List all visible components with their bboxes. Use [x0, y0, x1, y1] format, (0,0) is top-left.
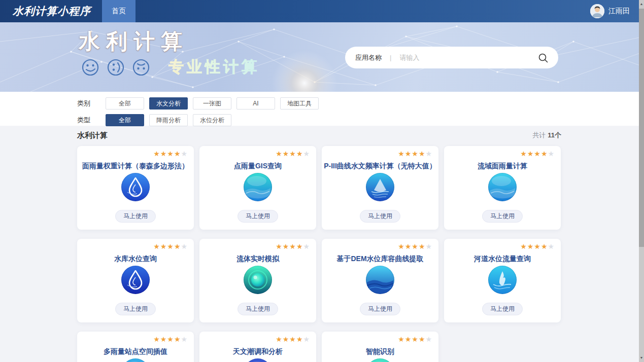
app-card[interactable]: ★★★★★P-III曲线水文频率计算（无特大值） 马上使用: [322, 146, 438, 230]
star-empty-icon: ★: [425, 242, 432, 250]
dem-waves-icon: [365, 265, 395, 295]
star-empty-icon: ★: [548, 150, 555, 158]
star-filled-icon: ★: [276, 335, 283, 343]
app-card-grid: ★★★★★面雨量权重计算（泰森多边形法） 马上使用★★★★★点雨量GIS查询 马…: [77, 146, 561, 362]
star-filled-icon: ★: [174, 150, 181, 158]
star-empty-icon: ★: [181, 150, 188, 158]
vertical-scrollbar[interactable]: ▲ ▼: [639, 0, 644, 362]
star-rating: ★★★★★: [398, 242, 432, 250]
star-filled-icon: ★: [541, 150, 548, 158]
star-filled-icon: ★: [520, 242, 527, 250]
app-card[interactable]: ★★★★★智能识别 马上使用: [322, 332, 438, 362]
reservoir-drop-icon: [121, 265, 150, 295]
search-bar[interactable]: 应用名称 |: [345, 47, 558, 68]
app-card-title: 流体实时模拟: [199, 255, 316, 264]
use-now-button[interactable]: 马上使用: [482, 210, 523, 223]
scrollbar-down-arrow[interactable]: ▼: [639, 354, 644, 362]
star-filled-icon: ★: [289, 150, 296, 158]
star-filled-icon: ★: [527, 242, 534, 250]
filter-option[interactable]: 地图工具: [280, 97, 319, 110]
star-filled-icon: ★: [167, 150, 174, 158]
app-card-title: 流域面雨量计算: [444, 162, 561, 171]
app-card[interactable]: ★★★★★河道水位流量查询 马上使用: [444, 239, 561, 322]
star-filled-icon: ★: [541, 242, 548, 250]
use-now-button[interactable]: 马上使用: [238, 210, 278, 223]
filter-option[interactable]: 全部: [106, 97, 144, 110]
star-filled-icon: ★: [412, 150, 419, 158]
hero-title: 水利计算: [79, 27, 188, 56]
star-rating: ★★★★★: [398, 150, 432, 158]
app-card[interactable]: ★★★★★基于DEM水位库容曲线提取 马上使用: [322, 239, 438, 322]
section-title: 水利计算: [77, 131, 108, 140]
star-filled-icon: ★: [405, 335, 412, 343]
use-now-button[interactable]: 马上使用: [360, 303, 400, 315]
filter-option[interactable]: 水位分析: [193, 114, 231, 126]
star-filled-icon: ★: [419, 150, 426, 158]
app-card[interactable]: ★★★★★面雨量权重计算（泰森多边形法） 马上使用: [77, 146, 194, 230]
star-filled-icon: ★: [296, 335, 303, 343]
app-card[interactable]: ★★★★★流域面雨量计算 马上使用: [444, 146, 561, 230]
star-filled-icon: ★: [283, 150, 290, 158]
use-now-button[interactable]: 马上使用: [482, 303, 523, 315]
star-filled-icon: ★: [167, 242, 174, 250]
star-filled-icon: ★: [289, 242, 296, 250]
nav-tab-home[interactable]: 首页: [102, 0, 135, 22]
app-card-title: 河道水位流量查询: [444, 255, 561, 264]
star-filled-icon: ★: [160, 335, 167, 343]
app-card[interactable]: ★★★★★天文潮调和分析 马上使用: [199, 332, 316, 362]
basin-wave-icon: [488, 172, 517, 202]
star-filled-icon: ★: [160, 242, 167, 250]
interpolation-icon: [121, 358, 150, 362]
star-rating: ★★★★★: [276, 335, 310, 343]
scrollbar-up-arrow[interactable]: ▲: [639, 0, 644, 8]
star-filled-icon: ★: [160, 150, 167, 158]
filter-option[interactable]: 降雨分析: [149, 114, 188, 126]
star-empty-icon: ★: [548, 242, 555, 250]
hero-banner: 水利计算 专业性计算 应用名称 |: [0, 22, 644, 92]
use-now-button[interactable]: 马上使用: [115, 210, 156, 223]
star-filled-icon: ★: [520, 150, 527, 158]
filter-label: 类别: [77, 99, 106, 108]
star-filled-icon: ★: [174, 335, 181, 343]
app-card[interactable]: ★★★★★水库水位查询 马上使用: [77, 239, 194, 322]
star-empty-icon: ★: [181, 335, 188, 343]
star-filled-icon: ★: [153, 242, 160, 250]
search-icon[interactable]: [538, 53, 548, 63]
app-card-title: 面雨量权重计算（泰森多边形法）: [77, 162, 194, 171]
wink-face-icon: [106, 57, 126, 78]
hero-subtitle: 专业性计算: [168, 57, 260, 78]
star-empty-icon: ★: [425, 335, 432, 343]
app-card[interactable]: ★★★★★多雨量站点空间插值 马上使用: [77, 332, 194, 362]
star-rating: ★★★★★: [276, 150, 310, 158]
star-filled-icon: ★: [283, 242, 290, 250]
user-avatar[interactable]: [590, 4, 604, 18]
filter-option[interactable]: 全部: [106, 114, 144, 126]
use-now-button[interactable]: 马上使用: [238, 303, 278, 315]
filter-option[interactable]: AI: [236, 97, 275, 110]
scrollbar-thumb[interactable]: [639, 9, 644, 247]
search-input[interactable]: [399, 54, 538, 61]
star-filled-icon: ★: [419, 242, 426, 250]
app-card-title: 多雨量站点空间插值: [77, 347, 194, 356]
filter-option[interactable]: 一张图: [193, 97, 231, 110]
star-filled-icon: ★: [398, 150, 405, 158]
star-filled-icon: ★: [534, 242, 541, 250]
star-filled-icon: ★: [398, 335, 405, 343]
filter-option[interactable]: 水文分析: [149, 97, 188, 110]
app-card[interactable]: ★★★★★流体实时模拟 马上使用: [199, 239, 316, 322]
use-now-button[interactable]: 马上使用: [115, 303, 156, 315]
app-card[interactable]: ★★★★★点雨量GIS查询 马上使用: [199, 146, 316, 230]
search-label: 应用名称: [355, 53, 382, 62]
star-filled-icon: ★: [419, 335, 426, 343]
star-filled-icon: ★: [398, 242, 405, 250]
app-card-title: 智能识别: [322, 347, 438, 356]
filter-label: 类型: [77, 116, 106, 125]
smiley-face-icon: [80, 57, 100, 78]
app-card-title: 天文潮调和分析: [199, 347, 316, 356]
water-drop-icon: [121, 172, 150, 202]
app-card-title: P-III曲线水文频率计算（无特大值）: [322, 162, 438, 171]
top-navbar: 水利计算小程序 首页 江雨田: [0, 0, 644, 22]
app-card-title: 基于DEM水位库容曲线提取: [322, 255, 438, 264]
main-content: 水利计算 共计11个 ★★★★★面雨量权重计算（泰森多边形法） 马上使用★★★★…: [0, 126, 644, 362]
use-now-button[interactable]: 马上使用: [360, 210, 400, 223]
